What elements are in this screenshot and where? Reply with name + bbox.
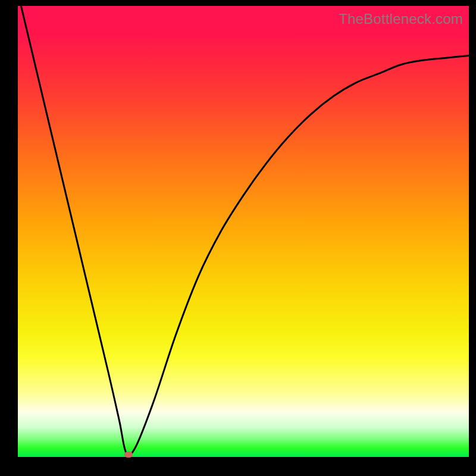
bottleneck-curve (18, 6, 469, 457)
optimum-marker (124, 452, 133, 458)
chart-frame: TheBottleneck.com (0, 0, 476, 476)
curve-path (18, 6, 469, 455)
plot-area: TheBottleneck.com (18, 6, 469, 457)
